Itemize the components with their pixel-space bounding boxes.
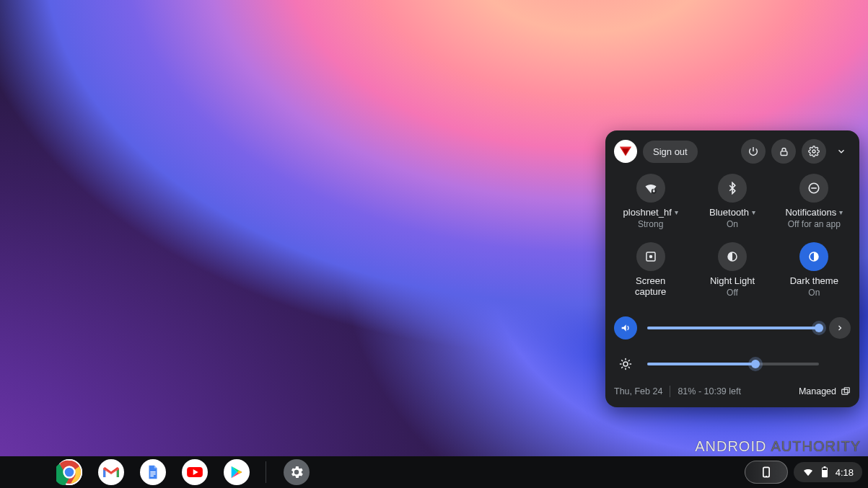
wifi-icon bbox=[636, 174, 665, 203]
svg-line-17 bbox=[622, 360, 623, 361]
svg-line-20 bbox=[628, 360, 629, 361]
tile-sub: On bbox=[808, 288, 820, 298]
svg-point-12 bbox=[623, 362, 628, 366]
shelf-right: 4:18 bbox=[745, 461, 862, 484]
tile-sub: Off for an app bbox=[788, 219, 841, 229]
tile-sub: On bbox=[727, 219, 738, 229]
svg-point-9 bbox=[649, 255, 652, 259]
svg-rect-30 bbox=[150, 476, 154, 476]
shelf-files-pill[interactable] bbox=[745, 461, 788, 484]
svg-point-3 bbox=[812, 150, 815, 153]
bluetooth-icon bbox=[718, 174, 747, 203]
tile-label: Notifications▾ bbox=[785, 207, 843, 218]
status-tray[interactable]: 4:18 bbox=[794, 462, 862, 482]
volume-slider-thumb[interactable] bbox=[815, 324, 823, 332]
svg-rect-5 bbox=[652, 190, 654, 192]
do-not-disturb-icon bbox=[799, 174, 828, 203]
tile-bluetooth[interactable]: Bluetooth▾ On bbox=[691, 174, 773, 229]
quick-settings-header: Sign out bbox=[605, 130, 859, 168]
svg-rect-37 bbox=[823, 469, 827, 470]
power-button[interactable] bbox=[741, 139, 766, 164]
app-youtube[interactable] bbox=[182, 459, 208, 485]
volume-slider[interactable] bbox=[647, 327, 819, 329]
screen-capture-icon bbox=[636, 242, 665, 271]
tile-sub: Strong bbox=[638, 219, 663, 229]
brightness-slider-thumb[interactable] bbox=[751, 360, 760, 368]
quick-settings-grid: ploshnet_hf▾ Strong Bluetooth▾ On Notifi… bbox=[605, 168, 859, 301]
lock-button[interactable] bbox=[771, 139, 796, 164]
svg-rect-29 bbox=[150, 474, 155, 474]
chevron-down-icon: ▾ bbox=[839, 208, 843, 216]
wifi-status-icon bbox=[802, 466, 814, 478]
avatar[interactable] bbox=[614, 140, 637, 163]
app-gmail[interactable] bbox=[98, 459, 124, 485]
shelf-separator bbox=[266, 461, 266, 483]
svg-line-19 bbox=[622, 367, 623, 368]
volume-icon[interactable] bbox=[614, 316, 637, 340]
footer-battery: 81% - 10:39 left bbox=[678, 386, 741, 396]
svg-rect-22 bbox=[844, 388, 849, 393]
sign-out-button[interactable]: Sign out bbox=[643, 141, 698, 163]
collapse-button[interactable] bbox=[832, 142, 851, 161]
audio-settings-button[interactable] bbox=[829, 317, 851, 339]
tile-label: Dark theme bbox=[790, 275, 838, 286]
tile-screen-capture[interactable]: Screen capture bbox=[610, 242, 691, 298]
shelf-apps bbox=[56, 459, 310, 485]
tile-label: Screen bbox=[636, 275, 665, 286]
settings-button[interactable] bbox=[802, 139, 826, 164]
dark-theme-icon bbox=[799, 242, 828, 271]
tile-notifications[interactable]: Notifications▾ Off for an app bbox=[773, 174, 855, 229]
app-docs[interactable] bbox=[140, 459, 166, 485]
volume-slider-fill bbox=[647, 327, 819, 329]
app-settings[interactable] bbox=[284, 459, 310, 485]
tile-sub: Off bbox=[727, 288, 738, 298]
app-chrome[interactable] bbox=[56, 459, 82, 485]
managed-icon bbox=[841, 386, 851, 396]
tile-label: ploshnet_hf▾ bbox=[623, 207, 678, 218]
managed-indicator[interactable]: Managed bbox=[799, 386, 851, 396]
tile-wifi[interactable]: ploshnet_hf▾ Strong bbox=[610, 174, 691, 229]
svg-rect-33 bbox=[763, 467, 769, 476]
svg-rect-2 bbox=[781, 151, 787, 155]
quick-settings-panel: Sign out ploshnet_hf▾ Strong Bl bbox=[605, 130, 859, 407]
tile-night-light[interactable]: Night Light Off bbox=[691, 242, 773, 298]
watermark: ANDROID AUTHORITY bbox=[695, 438, 861, 455]
status-time: 4:18 bbox=[836, 467, 854, 478]
tile-label: Bluetooth▾ bbox=[709, 207, 755, 218]
managed-label: Managed bbox=[799, 386, 836, 396]
brightness-slider[interactable] bbox=[647, 363, 819, 365]
volume-row bbox=[605, 314, 859, 342]
tile-dark-theme[interactable]: Dark theme On bbox=[773, 242, 855, 298]
svg-rect-36 bbox=[823, 466, 825, 468]
chevron-down-icon: ▾ bbox=[675, 208, 678, 216]
app-play-store[interactable] bbox=[224, 459, 250, 485]
footer-date: Thu, Feb 24 bbox=[614, 386, 662, 396]
shelf: 4:18 bbox=[0, 456, 868, 488]
chevron-down-icon: ▾ bbox=[752, 208, 755, 216]
brightness-row bbox=[605, 350, 859, 378]
night-light-icon bbox=[718, 242, 747, 271]
tile-label-2: capture bbox=[635, 286, 666, 297]
brightness-icon[interactable] bbox=[614, 352, 637, 376]
quick-settings-footer: Thu, Feb 24 81% - 10:39 left Managed bbox=[605, 378, 859, 402]
brightness-slider-fill bbox=[647, 363, 755, 365]
tile-label: Night Light bbox=[710, 275, 755, 286]
svg-rect-28 bbox=[150, 471, 155, 472]
svg-line-18 bbox=[628, 367, 629, 368]
battery-status-icon bbox=[821, 466, 828, 478]
